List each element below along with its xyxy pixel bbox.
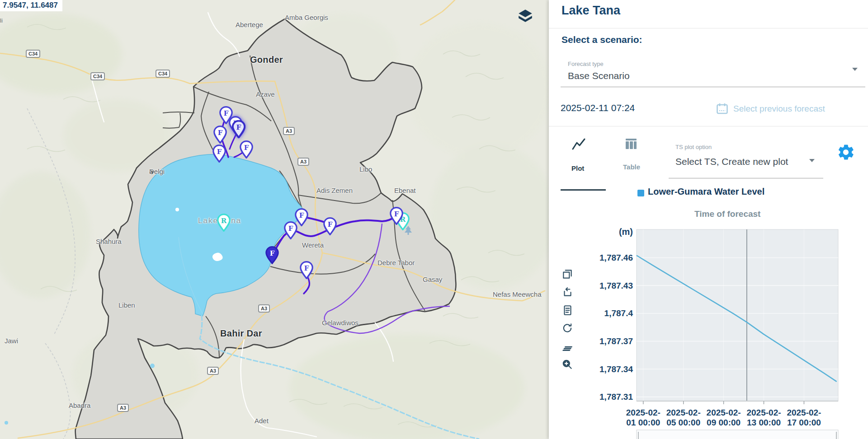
map-label: Ebenat bbox=[394, 187, 416, 194]
svg-text:01 00:00: 01 00:00 bbox=[626, 418, 660, 427]
station-marker-r[interactable]: R bbox=[217, 214, 231, 232]
svg-text:17 00:00: 17 00:00 bbox=[787, 418, 821, 427]
ts-plot-select[interactable]: Select TS, Create new plot bbox=[675, 156, 788, 167]
station-marker-f[interactable]: F bbox=[213, 126, 227, 144]
tab-plot-label: Plot bbox=[571, 164, 586, 172]
svg-text:13 00:00: 13 00:00 bbox=[747, 418, 781, 427]
ts-plot-option-label: TS plot option bbox=[675, 144, 712, 150]
tab-table-label: Table bbox=[623, 163, 640, 171]
svg-text:F: F bbox=[218, 129, 223, 137]
page-title: Lake Tana bbox=[561, 4, 620, 18]
svg-text:F: F bbox=[224, 109, 229, 117]
station-marker-f[interactable]: F bbox=[390, 207, 403, 225]
scenario-heading: Select a scenario: bbox=[561, 34, 642, 45]
svg-text:R: R bbox=[221, 217, 227, 225]
range-slider bbox=[637, 430, 838, 439]
legend-label[interactable]: Lower-Gumara Water Level bbox=[648, 187, 764, 197]
svg-text:1,787.46: 1,787.46 bbox=[599, 253, 633, 262]
svg-text:2025-02-: 2025-02- bbox=[707, 408, 741, 417]
station-marker-f[interactable]: F bbox=[240, 140, 253, 159]
map-label: Adet bbox=[255, 417, 269, 425]
svg-text:1,787.31: 1,787.31 bbox=[599, 392, 633, 402]
map-label: Bahir Dar bbox=[220, 328, 262, 339]
map-label: Shahura bbox=[96, 238, 122, 245]
svg-text:1,787.34: 1,787.34 bbox=[599, 364, 633, 374]
map-label: Abadra bbox=[69, 402, 90, 409]
map-label: Jawi bbox=[5, 337, 18, 345]
gear-icon[interactable] bbox=[836, 143, 855, 162]
road-badge: A3 bbox=[297, 158, 309, 166]
svg-text:2025-02-: 2025-02- bbox=[746, 408, 781, 417]
station-marker-f[interactable]: F F bbox=[232, 120, 245, 138]
map-label: Liben bbox=[118, 301, 135, 309]
svg-text:(m): (m) bbox=[619, 227, 633, 237]
svg-text:2025-02-: 2025-02- bbox=[666, 408, 701, 417]
chevron-down-icon[interactable] bbox=[809, 159, 815, 162]
road-badge: A3 bbox=[207, 367, 219, 375]
road-badge: C34 bbox=[90, 72, 105, 80]
map-label: Debre Tabor bbox=[377, 259, 415, 266]
line-chart-icon bbox=[571, 137, 586, 151]
svg-text:F: F bbox=[299, 211, 304, 220]
svg-text:F: F bbox=[394, 210, 399, 218]
svg-text:F: F bbox=[217, 148, 222, 156]
layers-icon[interactable] bbox=[517, 8, 533, 26]
svg-text:1,787.4: 1,787.4 bbox=[604, 308, 633, 318]
svg-text:F: F bbox=[304, 264, 309, 272]
map-canvas[interactable]: GonderBahir DarAbertegeAmba GeorgisAzave… bbox=[0, 0, 549, 439]
forecast-chart[interactable]: 1,787.461,787.431,787.41,787.371,787.341… bbox=[549, 221, 868, 439]
chart-title: Time of forecast bbox=[694, 209, 760, 219]
station-marker-f[interactable]: F bbox=[300, 261, 313, 279]
map-label: Gasay bbox=[423, 276, 442, 283]
road-badge: C34 bbox=[26, 50, 40, 58]
forecast-type-label: Forecast type bbox=[568, 61, 604, 67]
calendar-icon[interactable] bbox=[716, 103, 728, 115]
map-label: Gelawdiwos bbox=[322, 319, 359, 327]
map-label: Amba Georgis bbox=[285, 14, 328, 21]
map-base-layers bbox=[0, 0, 549, 439]
map-label: Wereta bbox=[302, 241, 324, 249]
svg-text:F: F bbox=[236, 123, 241, 131]
select-underline bbox=[669, 178, 823, 178]
map-label: Adis Zemen bbox=[316, 187, 353, 194]
divider bbox=[549, 126, 868, 126]
svg-text:1,787.37: 1,787.37 bbox=[599, 336, 633, 346]
svg-text:2025-02-: 2025-02- bbox=[787, 408, 821, 417]
forecast-type-select[interactable]: Base Scenario bbox=[568, 70, 630, 81]
map-label: Gonder bbox=[250, 55, 283, 65]
forecast-datetime: 2025-02-11 07:24 bbox=[561, 103, 635, 113]
map-edge-label: li bbox=[0, 17, 3, 24]
svg-text:F: F bbox=[288, 224, 293, 233]
road-badge: A3 bbox=[117, 404, 129, 412]
tab-table[interactable]: Table bbox=[624, 137, 640, 171]
legend-swatch[interactable] bbox=[637, 190, 644, 196]
station-marker-f[interactable]: F bbox=[323, 217, 337, 235]
road-badge: A3 bbox=[283, 127, 295, 135]
road-badge: A3 bbox=[258, 304, 270, 313]
chevron-down-icon[interactable] bbox=[852, 68, 858, 71]
cursor-coordinates: 7.9547, 11.6487 bbox=[0, 0, 62, 11]
select-underline bbox=[561, 87, 865, 87]
svg-text:1,787.43: 1,787.43 bbox=[599, 281, 633, 290]
station-marker-f[interactable]: F bbox=[212, 145, 226, 163]
tab-plot[interactable]: Plot bbox=[571, 137, 586, 172]
svg-text:2025-02-: 2025-02- bbox=[626, 408, 660, 417]
svg-text:09 00:00: 09 00:00 bbox=[707, 418, 741, 427]
map-label: Abertege bbox=[236, 21, 263, 28]
table-icon bbox=[624, 137, 638, 151]
select-previous-forecast-button[interactable]: Select previous forecast bbox=[733, 104, 825, 114]
svg-text:F: F bbox=[244, 144, 249, 152]
forecast-panel: Lake Tana Select a scenario: Forecast ty… bbox=[549, 0, 868, 439]
svg-text:F: F bbox=[270, 249, 275, 257]
svg-text:F: F bbox=[328, 220, 333, 229]
map-label: Libo bbox=[359, 165, 372, 173]
svg-text:05 00:00: 05 00:00 bbox=[666, 418, 700, 427]
divider bbox=[549, 28, 868, 28]
active-tab-indicator bbox=[561, 189, 606, 191]
station-marker-f[interactable]: F bbox=[265, 246, 279, 264]
road-badge: C34 bbox=[156, 70, 170, 78]
map-label: Azave bbox=[256, 90, 275, 98]
map-label: Nefas Meewcha bbox=[493, 290, 542, 298]
station-marker-f[interactable]: F bbox=[284, 221, 297, 239]
